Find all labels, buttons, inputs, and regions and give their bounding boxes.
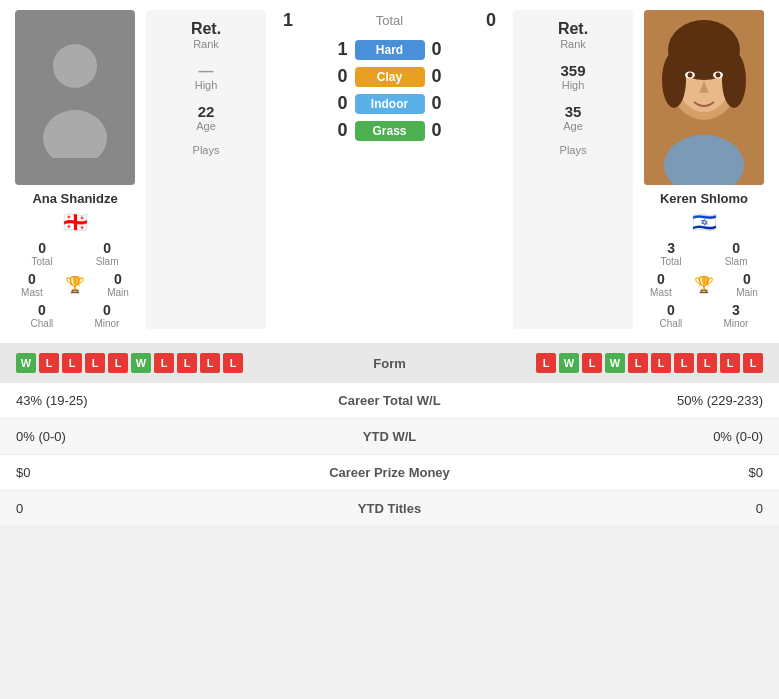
stats-left-1: 0% (0-0) [0, 419, 273, 455]
stats-row: $0 Career Prize Money $0 [0, 455, 779, 491]
center-scores-panel: 1 Total 0 1 Hard 0 0 Clay 0 0 Indoor 0 0… [272, 10, 507, 329]
left-age-block: 22 Age [196, 103, 216, 132]
right-total-score: 0 [479, 10, 503, 31]
right-main-label: Main [736, 287, 758, 298]
right-slam-value: 0 [732, 240, 740, 256]
left-plays-block: Plays [193, 144, 220, 156]
form-badge: L [720, 353, 740, 373]
form-badge: W [131, 353, 151, 373]
total-score-label: Total [376, 13, 403, 28]
right-high-block: 359 High [560, 62, 585, 91]
left-minor-label: Minor [94, 318, 119, 329]
left-mast-label: Mast [21, 287, 43, 298]
form-badge: L [108, 353, 128, 373]
right-rank-label: Rank [558, 38, 588, 50]
surface-row-indoor: 0 Indoor 0 [331, 93, 449, 114]
form-badge: L [62, 353, 82, 373]
form-badge: L [200, 353, 220, 373]
top-section: Ana Shanidze 🇬🇪 0 Total 0 Slam 0 [0, 0, 779, 339]
stats-left-2: $0 [0, 455, 273, 491]
right-player-card: Keren Shlomo 🇮🇱 3 Total 0 Slam 0 [639, 10, 769, 329]
left-indoor-score: 0 [331, 93, 355, 114]
stats-table: 43% (19-25) Career Total W/L 50% (229-23… [0, 383, 779, 527]
surface-row-hard: 1 Hard 0 [331, 39, 449, 60]
form-badge: L [154, 353, 174, 373]
right-grass-score: 0 [425, 120, 449, 141]
form-badge: L [223, 353, 243, 373]
right-high-label: High [560, 79, 585, 91]
left-player-card: Ana Shanidze 🇬🇪 0 Total 0 Slam 0 [10, 10, 140, 329]
stats-row: 0% (0-0) YTD W/L 0% (0-0) [0, 419, 779, 455]
left-trophy-icon: 🏆 [65, 275, 85, 294]
right-chall-value: 0 [667, 302, 675, 318]
grass-badge: Grass [355, 121, 425, 141]
right-slam-label: Slam [725, 256, 748, 267]
left-main-label: Main [107, 287, 129, 298]
left-player-flag: 🇬🇪 [63, 210, 88, 234]
total-score-row: 1 Total 0 [276, 10, 503, 31]
svg-point-1 [43, 110, 107, 158]
right-form-badges: LWLWLLLLLL [536, 353, 763, 373]
surface-rows: 1 Hard 0 0 Clay 0 0 Indoor 0 0 Grass 0 [331, 39, 449, 147]
left-high-block: — High [195, 62, 218, 91]
form-badge: L [39, 353, 59, 373]
right-player-flag: 🇮🇱 [692, 210, 717, 234]
left-high-value: — [195, 62, 218, 79]
right-player-name: Keren Shlomo [660, 191, 748, 206]
right-trophy-icon: 🏆 [694, 275, 714, 294]
left-chall-label: Chall [31, 318, 54, 329]
stats-label-2: Career Prize Money [273, 455, 507, 491]
left-rank-block: Ret. Rank [191, 20, 221, 50]
right-age-label: Age [563, 120, 583, 132]
left-age-label: Age [196, 120, 216, 132]
left-plays-label: Plays [193, 144, 220, 156]
stats-row: 43% (19-25) Career Total W/L 50% (229-23… [0, 383, 779, 419]
left-minor-value: 0 [103, 302, 111, 318]
form-label: Form [373, 356, 406, 371]
right-minor-label: Minor [723, 318, 748, 329]
right-player-stats: 3 Total 0 Slam 0 Mast 🏆 0 [639, 240, 769, 329]
right-plays-block: Plays [560, 144, 587, 156]
left-age-value: 22 [196, 103, 216, 120]
stats-left-3: 0 [0, 491, 273, 527]
form-badge: L [674, 353, 694, 373]
left-hard-score: 1 [331, 39, 355, 60]
stats-left-0: 43% (19-25) [0, 383, 273, 419]
svg-point-0 [53, 44, 97, 88]
stats-right-0: 50% (229-233) [506, 383, 779, 419]
left-form-badges: WLLLLWLLLL [16, 353, 243, 373]
right-minor-value: 3 [732, 302, 740, 318]
right-indoor-score: 0 [425, 93, 449, 114]
svg-point-11 [716, 73, 721, 78]
left-player-stats: 0 Total 0 Slam 0 Mast 🏆 0 [10, 240, 140, 329]
form-badge: L [697, 353, 717, 373]
hard-badge: Hard [355, 40, 425, 60]
form-badge: L [651, 353, 671, 373]
form-badge: W [605, 353, 625, 373]
right-chall-label: Chall [660, 318, 683, 329]
left-player-photo [15, 10, 135, 185]
right-total-value: 3 [667, 240, 675, 256]
stats-right-2: $0 [506, 455, 779, 491]
stats-row: 0 YTD Titles 0 [0, 491, 779, 527]
stats-right-3: 0 [506, 491, 779, 527]
left-slam-value: 0 [103, 240, 111, 256]
clay-badge: Clay [355, 67, 425, 87]
stats-label-0: Career Total W/L [273, 383, 507, 419]
stats-label-1: YTD W/L [273, 419, 507, 455]
right-rank-value: Ret. [558, 20, 588, 38]
left-total-label: Total [32, 256, 53, 267]
form-badge: L [628, 353, 648, 373]
stats-label-3: YTD Titles [273, 491, 507, 527]
form-badge: W [16, 353, 36, 373]
right-rank-block: Ret. Rank [558, 20, 588, 50]
left-mast-value: 0 [28, 271, 36, 287]
svg-point-7 [722, 52, 746, 108]
indoor-badge: Indoor [355, 94, 425, 114]
right-plays-label: Plays [560, 144, 587, 156]
svg-point-6 [662, 52, 686, 108]
left-chall-value: 0 [38, 302, 46, 318]
right-mast-label: Mast [650, 287, 672, 298]
left-middle-panel: Ret. Rank — High 22 Age Plays [146, 10, 266, 329]
right-hard-score: 0 [425, 39, 449, 60]
